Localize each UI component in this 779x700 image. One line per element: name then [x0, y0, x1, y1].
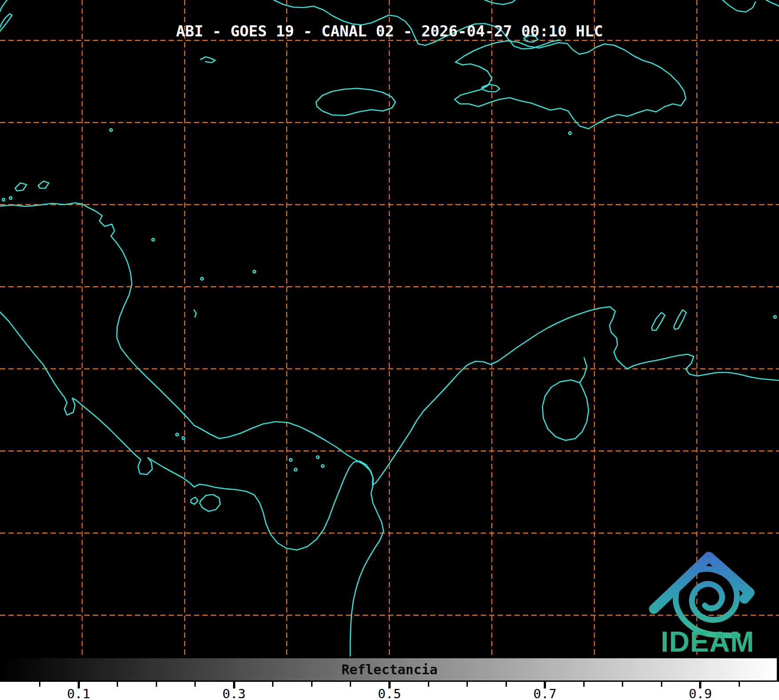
colorbar-minor-tick [350, 682, 351, 687]
island-dot [2, 198, 5, 201]
island-dot [294, 468, 297, 471]
colorbar-minor-tick [428, 682, 429, 687]
island-dot [253, 270, 256, 273]
island-dot [152, 238, 154, 241]
coastline-lake-maracaibo [542, 380, 589, 440]
coastline-corn-island-1 [15, 183, 27, 191]
colorbar-tick-label: 0.7 [526, 686, 564, 700]
map-canvas: IDEAM [0, 0, 779, 700]
colorbar-tick-label: 0.3 [215, 686, 253, 700]
colorbar-tick-label: 0.5 [371, 686, 408, 700]
coastline-gonave-island [482, 84, 500, 92]
colorbar-minor-tick [311, 682, 312, 687]
coastline-corner-ne-2 [766, 0, 779, 6]
island-dot [110, 129, 112, 131]
reflectance-colorbar: Reflectancia [1, 657, 778, 682]
colorbar-label: Reflectancia [341, 662, 438, 677]
coastline-corner-ne-1 [723, 0, 755, 12]
coastline-pacific-coast [0, 312, 384, 656]
colorbar-minor-tick [739, 682, 740, 687]
satellite-image-viewport: IDEAM ABI - GOES 19 - CANAL 02 - 2026-04… [0, 0, 779, 700]
island-dot [182, 437, 185, 439]
island-dot [9, 197, 12, 199]
coastline-bonaire [674, 310, 686, 329]
colorbar-minor-tick [39, 682, 40, 687]
coastline-maracaibo-strait [580, 358, 587, 383]
ideam-logo-text: IDEAM [660, 626, 754, 658]
coastline-corn-island-2 [38, 181, 49, 188]
island-dot [774, 316, 776, 318]
coastline-corner-nw-1 [0, 0, 7, 12]
coastline-coiba-neighbor [191, 497, 198, 504]
island-dot [321, 465, 324, 467]
colorbar-minor-tick [194, 682, 196, 687]
island-dot [569, 132, 571, 134]
coastline-coiba-island [200, 494, 220, 511]
island-dot [201, 277, 203, 280]
colorbar-minor-tick [622, 682, 623, 687]
colorbar-minor-tick [467, 682, 468, 687]
colorbar-minor-tick [583, 682, 585, 687]
island-dot [289, 459, 292, 461]
coastline-jamaica [316, 88, 395, 115]
colorbar-minor-tick [272, 682, 273, 687]
island-dot [316, 456, 319, 459]
ideam-logo: IDEAM [654, 557, 755, 658]
colorbar-tick-label: 0.9 [682, 686, 719, 700]
coastline-curacao [652, 312, 665, 330]
product-title: ABI - GOES 19 - CANAL 02 - 2026-04-27 00… [0, 22, 779, 40]
coastline-top-frag [485, 0, 515, 4]
coastline-small-squiggle [194, 310, 196, 317]
colorbar-tick-label: 0.1 [60, 686, 97, 700]
colorbar-minor-tick [117, 682, 118, 687]
colorbar-minor-tick [661, 682, 662, 687]
island-dot [176, 433, 178, 436]
coastline-cayman-island [201, 57, 215, 63]
colorbar-minor-tick [156, 682, 157, 687]
colorbar-minor-tick [506, 682, 507, 687]
